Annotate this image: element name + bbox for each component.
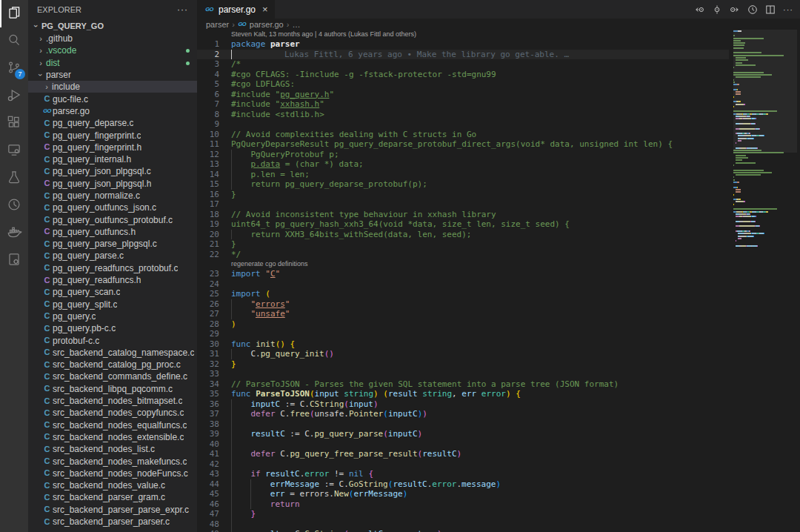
code-line-31[interactable]: 31C.pg_query_init() xyxy=(197,349,729,359)
tree-item-src-backend-nodes-nodeFuncs.c[interactable]: Csrc_backend_nodes_nodeFuncs.c xyxy=(28,468,197,479)
code-line-44[interactable]: 44errMessage := C.GoString(resultC.error… xyxy=(197,479,729,490)
tree-item-src-backend-nodes-copyfuncs.c[interactable]: Csrc_backend_nodes_copyfuncs.c xyxy=(28,407,197,419)
line-number[interactable]: 38 xyxy=(197,419,231,430)
line-number[interactable]: 46 xyxy=(197,499,231,510)
line-number[interactable]: 6 xyxy=(197,90,231,100)
line-number[interactable]: 36 xyxy=(197,399,231,410)
code-line-14[interactable]: 14p.len = len; xyxy=(197,170,729,180)
tree-item-src-backend-nodes-equalfuncs.c[interactable]: Csrc_backend_nodes_equalfuncs.c xyxy=(28,419,197,431)
code-line-7[interactable]: 7#include "xxhash.h" xyxy=(197,99,729,110)
code-line-8[interactable]: 8#include <stdlib.h> xyxy=(197,110,729,120)
breadcrumb-symbol[interactable]: … xyxy=(292,20,300,29)
line-number[interactable]: 3 xyxy=(197,59,231,70)
line-number[interactable]: 33 xyxy=(197,369,231,379)
code-line-43[interactable]: 43if resultC.error != nil { xyxy=(197,469,729,479)
tree-item-pg-query-json-plpgsql.h[interactable]: Cpg_query_json_plpgsql.h xyxy=(28,178,197,190)
codelens[interactable]: regenerate cgo definitions xyxy=(197,259,729,269)
code-line-41[interactable]: 41defer C.pg_query_free_parse_result(res… xyxy=(197,449,729,459)
line-number[interactable]: 12 xyxy=(197,150,231,160)
code-line-13[interactable]: 13p.data = (char *) data; xyxy=(197,159,729,170)
line-number[interactable]: 16 xyxy=(197,190,231,200)
line-number[interactable]: 28 xyxy=(197,319,231,330)
code-line-1[interactable]: 1package parser xyxy=(197,39,729,50)
code-line-17[interactable]: 17 xyxy=(197,199,729,210)
activity-extensions[interactable] xyxy=(0,110,28,137)
tree-item-src-backend-parser-parser.c[interactable]: Csrc_backend_parser_parser.c xyxy=(28,516,197,528)
line-number[interactable]: 35 xyxy=(197,389,231,399)
line-number[interactable]: 25 xyxy=(197,289,231,299)
line-number[interactable]: 1 xyxy=(197,39,231,50)
code-line-21[interactable]: 21} xyxy=(197,239,729,250)
tree-item-pg-query.c[interactable]: Cpg_query.c xyxy=(28,310,197,322)
tree-item-src-backend-libpq-pqcomm.c[interactable]: Csrc_backend_libpq_pqcomm.c xyxy=(28,383,197,395)
code-line-19[interactable]: 19uint64_t pg_query_hash_xxh3_64(void *d… xyxy=(197,219,729,230)
code-line-38[interactable]: 38 xyxy=(197,419,729,430)
code-line-32[interactable]: 32} xyxy=(197,359,729,370)
line-number[interactable]: 30 xyxy=(197,339,231,350)
line-number[interactable]: 37 xyxy=(197,409,231,419)
code-line-49[interactable]: 49result = C.GoString(resultC.parse_tree… xyxy=(197,529,729,532)
code-line-24[interactable]: 24 xyxy=(197,279,729,290)
activity-run-and-debug[interactable] xyxy=(0,82,28,110)
breadcrumb-folder[interactable]: parser xyxy=(206,20,229,29)
code-line-23[interactable]: 23import "C" xyxy=(197,269,729,279)
line-number[interactable]: 9 xyxy=(197,119,231,130)
activity-explorer[interactable] xyxy=(0,0,28,27)
tree-item-pg-query-readfuncs-protobuf.c[interactable]: Cpg_query_readfuncs_protobuf.c xyxy=(28,262,197,274)
tree-item-dist[interactable]: ›dist xyxy=(28,57,197,69)
code-line-42[interactable]: 42 xyxy=(197,459,729,470)
tree-item-pg-query-outfuncs-json.c[interactable]: Cpg_query_outfuncs_json.c xyxy=(28,202,197,213)
code-line-48[interactable]: 48 xyxy=(197,519,729,530)
line-number[interactable]: 29 xyxy=(197,329,231,339)
line-number[interactable]: 23 xyxy=(197,269,231,279)
line-number[interactable]: 48 xyxy=(197,519,231,530)
tree-item-pg-query-outfuncs.h[interactable]: Cpg_query_outfuncs.h xyxy=(28,226,197,238)
code-line-39[interactable]: 39resultC := C.pg_query_parse(inputC) xyxy=(197,429,729,439)
tree-item-.vscode[interactable]: ›.vscode xyxy=(28,44,197,56)
code-line-27[interactable]: 27"unsafe" xyxy=(197,309,729,319)
tree-item-include[interactable]: ›include xyxy=(28,81,197,93)
tree-item-src-backend-parser-gram.c[interactable]: Csrc_backend_parser_gram.c xyxy=(28,491,197,503)
line-number[interactable]: 2 xyxy=(197,50,231,60)
more-actions-icon[interactable]: ··· xyxy=(781,2,796,17)
code-line-35[interactable]: 35func ParseToJSON(input string) (result… xyxy=(197,389,729,399)
line-number[interactable]: 41 xyxy=(197,449,231,459)
activity-testing[interactable] xyxy=(0,164,28,192)
tree-item-pg-query-outfuncs-protobuf.c[interactable]: Cpg_query_outfuncs_protobuf.c xyxy=(28,213,197,225)
tree-item-src-backend-nodes-list.c[interactable]: Csrc_backend_nodes_list.c xyxy=(28,443,197,455)
file-history-icon[interactable] xyxy=(745,2,760,17)
code-line-28[interactable]: 28) xyxy=(197,319,729,330)
tree-item-src-backend-parser-parse-expr.c[interactable]: Csrc_backend_parser_parse_expr.c xyxy=(28,504,197,516)
code-line-16[interactable]: 16} xyxy=(197,190,729,200)
code-line-5[interactable]: 5#cgo LDFLAGS: xyxy=(197,79,729,90)
code-line-36[interactable]: 36inputC := C.CString(input) xyxy=(197,399,729,410)
line-number[interactable]: 43 xyxy=(197,469,231,479)
open-previous-change-icon[interactable] xyxy=(692,2,707,17)
tree-item-pg-query-internal.h[interactable]: Cpg_query_internal.h xyxy=(28,153,197,165)
activity-remote-explorer[interactable] xyxy=(0,137,28,164)
code-line-29[interactable]: 29 xyxy=(197,329,729,339)
tree-item-src-backend-nodes-bitmapset.c[interactable]: Csrc_backend_nodes_bitmapset.c xyxy=(28,395,197,407)
line-number[interactable]: 11 xyxy=(197,139,231,150)
tree-item-.github[interactable]: ›.github xyxy=(28,33,197,44)
line-number[interactable]: 10 xyxy=(197,130,231,140)
tree-item-pg-query.pb-c.c[interactable]: Cpg_query.pb-c.c xyxy=(28,322,197,334)
line-number[interactable]: 8 xyxy=(197,110,231,120)
tree-item-pg-query-parse.c[interactable]: Cpg_query_parse.c xyxy=(28,250,197,262)
line-number[interactable]: 26 xyxy=(197,299,231,310)
line-number[interactable]: 47 xyxy=(197,509,231,519)
activity-search[interactable] xyxy=(0,27,28,55)
codelens[interactable]: Steven Kalt, 13 months ago | 4 authors (… xyxy=(197,30,729,39)
tree-item-parser[interactable]: ›parser xyxy=(28,69,197,81)
tree-item-src-backend-nodes-makefuncs.c[interactable]: Csrc_backend_nodes_makefuncs.c xyxy=(28,455,197,467)
code-line-33[interactable]: 33 xyxy=(197,369,729,379)
line-number[interactable]: 40 xyxy=(197,439,231,450)
minimap[interactable] xyxy=(733,30,797,270)
tree-item-guc-file.c[interactable]: Cguc-file.c xyxy=(28,93,197,104)
close-icon[interactable]: × xyxy=(262,4,268,15)
code-line-34[interactable]: 34// ParseToJSON - Parses the given SQL … xyxy=(197,379,729,390)
tree-item-pg-query-parse-plpgsql.c[interactable]: Cpg_query_parse_plpgsql.c xyxy=(28,238,197,250)
open-next-change-icon[interactable] xyxy=(727,2,742,17)
code-line-11[interactable]: 11PgQueryDeparseResult pg_query_deparse_… xyxy=(197,139,729,150)
line-number[interactable]: 13 xyxy=(197,159,231,170)
